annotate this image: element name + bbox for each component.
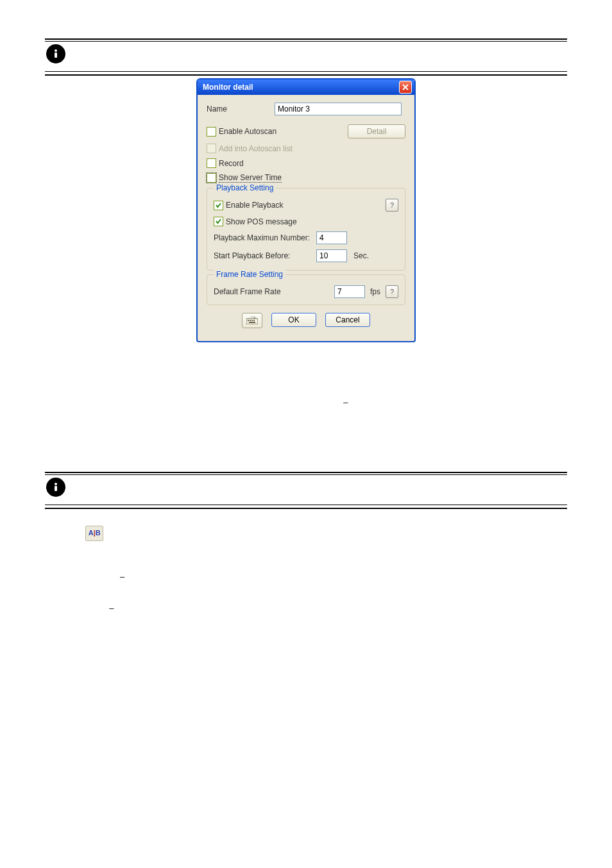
framerate-legend: Frame Rate Setting xyxy=(214,270,285,279)
enable-playback-label: Enable Playback xyxy=(226,201,283,210)
framerate-fieldset: Frame Rate Setting Default Frame Rate fp… xyxy=(207,274,405,305)
bullet-format-1-4: -Format 1 – 4: User can setup the captio… xyxy=(76,572,567,595)
rule-bottom-thick xyxy=(45,472,567,473)
ok-button[interactable]: OK xyxy=(271,313,316,327)
rule-top-thin xyxy=(45,41,567,42)
playback-fieldset: Playback Setting Enable Playback ? xyxy=(207,188,405,271)
svg-point-8 xyxy=(55,483,57,485)
bullet-caption-setting: ■ Click A|B to enter Caption Setting win… xyxy=(58,526,567,626)
bullet-playback-max: -Playback Maximum Number: Set the number… xyxy=(76,398,567,410)
dialog-titlebar[interactable]: Monitor detail xyxy=(198,79,414,95)
svg-rect-1 xyxy=(55,53,57,58)
close-button[interactable] xyxy=(399,81,412,94)
playback-before-label: Start Playback Before: xyxy=(214,251,316,260)
note-text-2: The certain server's cameras need to be … xyxy=(80,481,326,491)
framerate-input[interactable] xyxy=(334,285,365,298)
bullet-row-1-6: -Row 1 – 6 of each Format: User can conf… xyxy=(76,604,567,626)
framerate-unit: fps xyxy=(370,287,380,296)
bullet-default-framerate: -Default Frame Rate: Set the frame rate … xyxy=(76,438,567,450)
dialog-title: Monitor detail xyxy=(203,83,253,92)
enable-playback-checkbox[interactable] xyxy=(214,201,223,210)
rule-mid-thin-1 xyxy=(45,71,567,72)
svg-rect-3 xyxy=(248,320,249,321)
show-server-time-checkbox[interactable] xyxy=(207,173,216,183)
page-number: 81 xyxy=(45,793,567,803)
record-label: Record xyxy=(219,159,244,168)
svg-point-0 xyxy=(55,49,57,52)
add-autoscan-label: Add into Autoscan list xyxy=(219,144,293,153)
svg-rect-4 xyxy=(250,320,251,321)
playback-legend: Playback Setting xyxy=(214,183,276,192)
framerate-help-button[interactable]: ? xyxy=(386,285,398,298)
monitor-detail-dialog: Monitor detail Name Enable Autoscan Deta… xyxy=(196,78,416,342)
playback-max-input[interactable] xyxy=(316,231,347,244)
add-autoscan-checkbox xyxy=(207,144,216,153)
record-checkbox[interactable] xyxy=(207,158,216,168)
playback-help-button[interactable]: ? xyxy=(386,199,398,212)
bullet-enable-playback: -Enable Playback: Enable the selected mo… xyxy=(76,358,567,369)
info-icon xyxy=(46,44,65,63)
note-text-1: The playback is available when the selec… xyxy=(80,48,364,58)
rule-bottom-thin xyxy=(45,474,567,475)
show-pos-checkbox[interactable] xyxy=(214,217,223,226)
playback-before-input[interactable] xyxy=(316,249,347,262)
note-row-1: The playback is available when the selec… xyxy=(45,44,567,71)
framerate-label: Default Frame Rate xyxy=(214,287,281,296)
svg-rect-2 xyxy=(246,319,258,324)
rule-bottom-thick-2 xyxy=(45,508,567,509)
cancel-button[interactable]: Cancel xyxy=(325,313,370,327)
caption-icon: A|B xyxy=(85,526,103,541)
bullet-list: -Enable Playback: Enable the selected mo… xyxy=(45,358,567,450)
rule-bottom-thin-2 xyxy=(45,505,567,505)
name-input[interactable] xyxy=(275,103,402,115)
playback-sec-label: Sec. xyxy=(353,251,369,260)
svg-rect-6 xyxy=(253,320,255,321)
playback-max-label: Playback Maximun Number: xyxy=(214,233,316,242)
detail-button[interactable]: Detail xyxy=(348,124,405,138)
dialog-button-row: OK Cancel xyxy=(207,305,405,335)
rule-mid-thick-1 xyxy=(45,74,567,76)
svg-rect-7 xyxy=(249,322,255,323)
svg-rect-9 xyxy=(55,486,57,491)
note-row-2: The certain server's cameras need to be … xyxy=(45,478,567,505)
name-label: Name xyxy=(207,104,275,113)
svg-rect-5 xyxy=(251,320,253,321)
rule-top-thick xyxy=(45,38,567,40)
show-server-time-label: Show Server Time xyxy=(219,173,282,183)
keyboard-icon-button[interactable] xyxy=(242,313,262,328)
info-icon xyxy=(46,478,65,497)
bullet-playback-before: -Start Playback Before: Set the playback… xyxy=(76,419,567,430)
show-pos-label: Show POS message xyxy=(226,217,297,226)
enable-autoscan-label: Enable Autoscan xyxy=(219,127,276,136)
enable-autoscan-checkbox[interactable] xyxy=(207,127,216,137)
bullet-show-pos: -Show POS message: Enable to display the… xyxy=(76,378,567,390)
